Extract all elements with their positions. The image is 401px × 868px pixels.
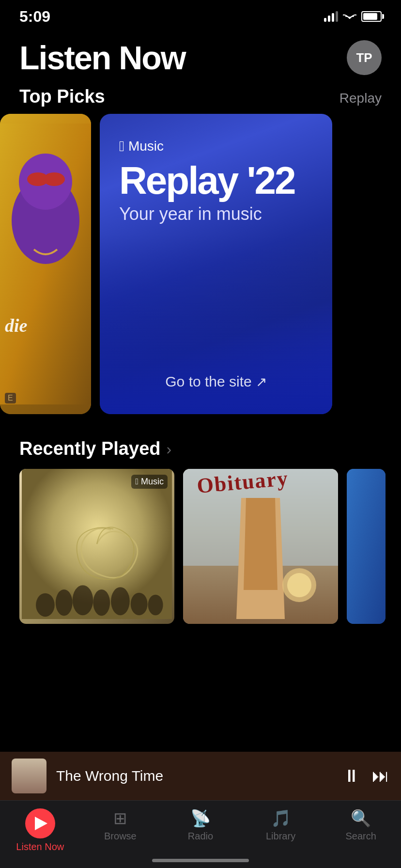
top-picks-carousel: die E  Music Replay '22 Your year in mu… [0,114,401,414]
recently-played-section: Recently Played › [0,438,401,624]
svg-point-11 [73,585,93,615]
tab-browse-label: Browse [104,831,137,842]
svg-rect-23 [347,469,386,624]
status-bar: 5:09 [0,0,401,29]
tab-library-label: Library [266,831,295,842]
go-to-site-label: Go to the site [165,373,251,390]
page-title: Listen Now [19,39,185,77]
battery-icon [361,11,382,22]
wifi-icon [343,10,356,23]
mini-player-controls: ⏸ ⏭ [343,766,389,786]
svg-point-22 [287,573,311,597]
recently-played-header: Recently Played › [0,438,401,469]
mini-player-track-title: The Wrong Time [56,768,333,784]
signal-icon [324,11,338,22]
replay-card[interactable]:  Music Replay '22 Your year in music Go… [100,114,332,414]
svg-point-15 [148,595,163,616]
avatar[interactable]: TP [347,40,382,75]
status-icons [324,10,382,23]
status-time: 5:09 [19,8,50,26]
top-picks-section: Top Picks Replay [0,86,401,414]
tab-listen-now-label: Listen Now [16,841,64,852]
pause-button[interactable]: ⏸ [343,766,360,786]
header: Listen Now TP [0,29,401,86]
recently-played-row:  Music Obit [0,469,401,624]
album-art-svg: die [0,114,91,414]
search-icon: 🔍 [351,808,371,828]
svg-text:die: die [5,315,28,336]
tab-search-label: Search [345,831,376,842]
svg-rect-6 [47,176,55,178]
mini-player-thumbnail [12,759,46,793]
skip-forward-button[interactable]: ⏭ [372,766,389,786]
tab-radio-label: Radio [188,831,213,842]
apple-logo-small-icon:  [135,477,139,487]
svg-point-10 [56,589,73,616]
apple-music-label:  Music [119,138,295,155]
top-picks-subtitle: Replay [339,91,382,106]
tab-radio[interactable]: 📡 Radio [160,808,241,842]
svg-point-14 [131,593,148,616]
browse-icon: ⊞ [113,808,127,828]
recently-played-album-3[interactable] [347,469,386,624]
svg-point-5 [44,172,65,186]
go-to-site-button[interactable]: Go to the site ↗ [165,373,266,390]
tab-bar: Listen Now ⊞ Browse 📡 Radio 🎵 Library 🔍 … [0,800,401,868]
radio-icon: 📡 [190,808,211,828]
home-indicator [152,859,249,862]
recently-played-title: Recently Played [19,438,160,459]
explicit-badge: E [5,393,16,403]
svg-point-12 [93,589,110,616]
apple-music-badge:  Music [131,475,168,489]
library-icon: 🎵 [271,808,291,828]
external-link-icon: ↗ [256,374,267,390]
album-card-left[interactable]: die E [0,114,91,414]
svg-point-9 [36,593,55,617]
tab-search[interactable]: 🔍 Search [321,808,401,842]
replay-title: Replay '22 [119,161,295,200]
chevron-right-icon[interactable]: › [166,440,171,458]
recently-played-album-1[interactable]:  Music [19,469,174,624]
recently-played-album-2[interactable]: Obituary [183,469,338,624]
tab-library[interactable]: 🎵 Library [241,808,321,842]
apple-music-text: Music [128,139,164,154]
svg-point-13 [111,587,130,615]
apple-logo-icon:  [119,138,124,155]
top-picks-title: Top Picks [19,86,105,107]
svg-marker-19 [244,498,278,590]
replay-subtitle: Your year in music [119,204,295,224]
top-picks-header: Top Picks Replay [0,86,401,114]
mini-player[interactable]: The Wrong Time ⏸ ⏭ [0,752,401,800]
replay-card-content:  Music Replay '22 Your year in music [119,138,295,224]
tab-browse[interactable]: ⊞ Browse [80,808,161,842]
tab-listen-now[interactable]: Listen Now [0,808,80,852]
listen-now-icon [25,808,55,838]
